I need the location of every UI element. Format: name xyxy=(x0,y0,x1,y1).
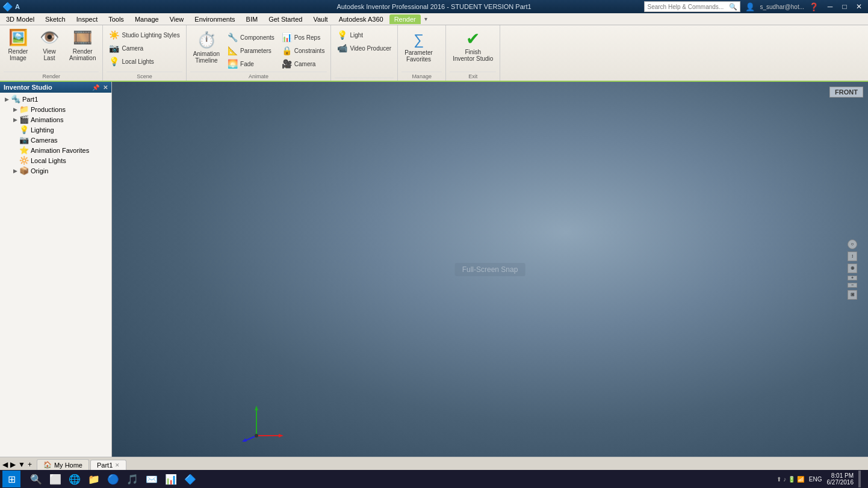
fade-icon: 🌅 xyxy=(228,59,238,69)
ribbon-group-scene: ☀️ Studio Lighting Styles 📷 Camera 💡 Loc… xyxy=(103,25,186,81)
orbit-button[interactable]: ○ xyxy=(848,239,857,249)
camera-button[interactable]: 📷 Camera xyxy=(107,42,182,54)
constraints-button[interactable]: 🔒 Constraints xyxy=(279,45,327,57)
help-icon[interactable]: ❓ xyxy=(809,2,819,11)
tree-item-cameras[interactable]: 📷 Cameras xyxy=(0,135,111,145)
tray-lang: ENG xyxy=(809,476,822,483)
tree-item-animation-favorites[interactable]: ⭐ Animation Favorites xyxy=(0,145,111,155)
render-image-button[interactable]: 🖼️ RenderImage xyxy=(4,26,33,63)
taskbar-inventor[interactable]: 🔷 xyxy=(182,471,199,487)
ribbon: 🖼️ RenderImage 👁️ ViewLast 🎞️ RenderAnim… xyxy=(0,25,868,82)
menu-sketch[interactable]: Sketch xyxy=(40,14,70,24)
camera-animate-label: Camera xyxy=(294,61,316,67)
taskbar-spotify[interactable]: 🎵 xyxy=(124,471,141,487)
studio-lighting-styles-button[interactable]: ☀️ Studio Lighting Styles xyxy=(107,29,182,41)
taskbar-search[interactable]: 🔍 xyxy=(28,471,45,487)
light-button[interactable]: 💡 Light xyxy=(335,29,394,41)
menu-view[interactable]: View xyxy=(165,14,189,24)
animation-timeline-button[interactable]: ⏱️ AnimationTimeline xyxy=(190,29,223,72)
tab-nav-right[interactable]: ▶ xyxy=(9,459,17,470)
app-icon: 🔷 xyxy=(2,2,13,11)
taskbar-clock: 8:01 PM 6/27/2016 xyxy=(827,472,854,486)
render-animation-button[interactable]: 🎞️ RenderAnimation xyxy=(66,26,99,63)
video-producer-button[interactable]: 📹 Video Producer xyxy=(335,42,394,54)
menu-render[interactable]: Render xyxy=(389,14,421,24)
param-favorites-label: ParameterFavorites xyxy=(405,49,433,63)
taskbar-edge[interactable]: 🌐 xyxy=(66,471,83,487)
cameras-icon: 📷 xyxy=(19,135,29,144)
tab-my-home-icon: 🏠 xyxy=(43,461,52,469)
animate-group-label: Animate xyxy=(190,72,327,79)
pan-button[interactable]: ↕ xyxy=(848,252,857,261)
tab-nav-left[interactable]: ◀ xyxy=(1,459,9,470)
pos-reps-button[interactable]: 📊 Pos Reps xyxy=(279,31,327,43)
tree-item-animations[interactable]: ▶ 🎬 Animations xyxy=(0,114,111,125)
fullscreen-snap-hint[interactable]: Full-Screen Snap xyxy=(455,263,525,276)
manage-group-label: Manage xyxy=(401,72,442,79)
animate-buttons: ⏱️ AnimationTimeline 🔧 Components 📐 Para… xyxy=(190,26,327,72)
maximize-button[interactable]: □ xyxy=(838,1,851,12)
search-box[interactable]: 🔍 xyxy=(644,1,740,12)
tree-root[interactable]: ▶ 🔩 Part1 xyxy=(0,94,111,104)
close-button[interactable]: ✕ xyxy=(852,1,866,12)
menu-3d-model[interactable]: 3D Model xyxy=(1,14,39,24)
fade-button[interactable]: 🌅 Fade xyxy=(225,58,277,70)
zoom-in-button[interactable]: + xyxy=(848,276,857,280)
render-animation-label: RenderAnimation xyxy=(69,48,96,61)
menu-manage[interactable]: Manage xyxy=(130,14,164,24)
root-icon: 🔩 xyxy=(11,94,20,103)
zoom-button[interactable]: ⊕ xyxy=(848,264,857,273)
taskbar-chrome[interactable]: 🔵 xyxy=(105,471,122,487)
cameras-expand-icon xyxy=(11,137,19,143)
taskbar-task-view[interactable]: ⬜ xyxy=(47,471,64,487)
start-button[interactable]: ⊞ xyxy=(2,471,20,487)
ribbon-collapse-icon[interactable]: ▾ xyxy=(424,16,427,22)
viewport[interactable]: FRONT Full-Screen Snap ○ ↕ ⊕ + − ⊞ xyxy=(112,82,868,457)
camera-animate-button[interactable]: 🎥 Camera xyxy=(279,58,327,70)
system-tray: ⬆ ♪ 🔋 📶 ENG 8:01 PM 6/27/2016 xyxy=(777,471,866,487)
zoom-out-button[interactable]: − xyxy=(848,283,857,288)
finish-inventor-studio-button[interactable]: ✔ FinishInventor Studio xyxy=(450,26,496,64)
tree-item-productions[interactable]: ▶ 📁 Productions xyxy=(0,104,111,114)
show-desktop-button[interactable] xyxy=(858,471,861,487)
menu-get-started[interactable]: Get Started xyxy=(264,14,307,24)
look-button[interactable]: ⊞ xyxy=(848,290,857,300)
search-input[interactable] xyxy=(647,4,729,10)
menu-environments[interactable]: Environments xyxy=(190,14,240,24)
anim-fav-expand-icon xyxy=(11,147,19,153)
light-icon: 💡 xyxy=(337,30,347,40)
animations-expand-icon: ▶ xyxy=(11,117,19,123)
local-lights-label: Local Lights xyxy=(31,157,66,164)
menu-vault[interactable]: Vault xyxy=(308,14,332,24)
taskbar-app1[interactable]: 📊 xyxy=(163,471,179,487)
panel-close-button[interactable]: ✕ xyxy=(103,84,108,91)
components-button[interactable]: 🔧 Components xyxy=(225,31,277,43)
menu-inspect[interactable]: Inspect xyxy=(72,14,102,24)
taskbar-explorer[interactable]: 📁 xyxy=(85,471,102,487)
tree-item-origin[interactable]: ▶ 📦 Origin xyxy=(0,165,111,176)
fade-label: Fade xyxy=(240,61,254,67)
tab-my-home-label: My Home xyxy=(54,462,82,469)
menu-autodesk-a360[interactable]: Autodesk A360 xyxy=(334,14,388,24)
local-lights-button[interactable]: 💡 Local Lights xyxy=(107,55,182,67)
title-left: 🔷 A xyxy=(2,2,20,11)
menu-bim[interactable]: BIM xyxy=(241,14,263,24)
tab-nav-list[interactable]: ▼ xyxy=(17,459,26,470)
camera-icon: 📷 xyxy=(109,43,119,53)
tab-part1[interactable]: Part1 ✕ xyxy=(90,460,126,470)
view-last-icon: 👁️ xyxy=(40,28,59,47)
panel-pin-button[interactable]: 📌 xyxy=(92,84,99,91)
parameter-favorites-button[interactable]: ∑ ParameterFavorites xyxy=(401,26,436,64)
tree-item-local-lights[interactable]: 🔆 Local Lights xyxy=(0,155,111,165)
tab-new[interactable]: + xyxy=(26,459,33,470)
parameters-button[interactable]: 📐 Parameters xyxy=(225,45,277,57)
tab-part1-label: Part1 xyxy=(97,462,113,469)
view-last-button[interactable]: 👁️ ViewLast xyxy=(35,26,64,63)
menu-tools[interactable]: Tools xyxy=(104,14,129,24)
tree-item-lighting[interactable]: 💡 Lighting xyxy=(0,125,111,135)
taskbar-mail[interactable]: ✉️ xyxy=(143,471,160,487)
tab-part1-close[interactable]: ✕ xyxy=(115,462,120,468)
minimize-button[interactable]: ─ xyxy=(823,1,837,12)
scene-group-label: Scene xyxy=(107,72,182,79)
tab-my-home[interactable]: 🏠 My Home xyxy=(37,459,89,470)
